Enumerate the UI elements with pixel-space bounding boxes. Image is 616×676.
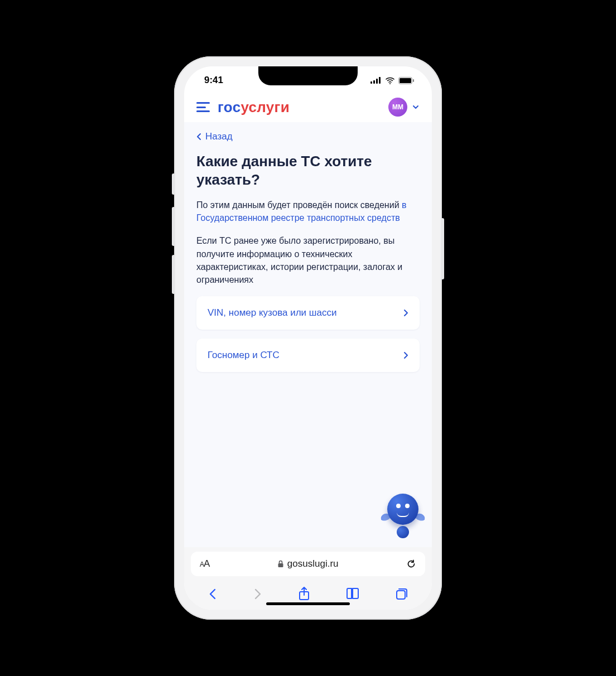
svg-rect-8	[278, 563, 283, 567]
bookmarks-icon[interactable]	[345, 588, 360, 600]
home-indicator[interactable]	[266, 602, 350, 605]
tabs-icon[interactable]	[395, 587, 408, 601]
svg-rect-7	[413, 79, 414, 82]
svg-rect-0	[370, 81, 372, 84]
status-time: 9:41	[204, 75, 223, 86]
logo-part1: гос	[218, 99, 240, 115]
option-label: VIN, номер кузова или шасси	[208, 307, 336, 318]
description-1: По этим данным будет проведён поиск свед…	[196, 199, 420, 224]
svg-rect-2	[376, 79, 378, 84]
app-header: госуслуги ММ	[184, 94, 432, 122]
avatar-initials: ММ	[392, 103, 403, 111]
chevron-right-icon	[403, 351, 408, 359]
url-field[interactable]: AA gosuslugi.ru	[191, 552, 425, 576]
chevron-down-icon[interactable]	[412, 103, 420, 111]
avatar[interactable]: ММ	[388, 98, 407, 117]
menu-icon[interactable]	[196, 102, 210, 112]
page-title: Какие данные ТС хотите указать?	[196, 152, 420, 189]
option-label: Госномер и СТС	[208, 350, 280, 361]
share-icon[interactable]	[298, 587, 310, 601]
browser-address-bar: AA gosuslugi.ru	[184, 547, 432, 581]
cellular-icon	[370, 77, 382, 84]
side-button-mute	[172, 173, 175, 195]
text-size-button[interactable]: AA	[200, 558, 209, 569]
chevron-right-icon	[403, 309, 408, 317]
nav-back-icon[interactable]	[208, 587, 218, 601]
option-vin[interactable]: VIN, номер кузова или шасси	[196, 296, 420, 330]
svg-point-4	[389, 83, 391, 84]
side-button-volume-up	[172, 207, 175, 246]
status-icons	[370, 77, 414, 84]
url-domain: gosuslugi.ru	[287, 558, 339, 569]
browser-toolbar	[184, 581, 432, 610]
side-button-power	[441, 218, 444, 279]
reload-icon[interactable]	[406, 559, 416, 569]
svg-rect-10	[397, 591, 405, 599]
nav-forward-icon	[253, 587, 263, 601]
back-link[interactable]: Назад	[196, 131, 420, 142]
notch	[258, 66, 358, 85]
page-content: Назад Какие данные ТС хотите указать? По…	[184, 122, 432, 547]
description-2: Если ТС ранее уже было зарегистрировано,…	[196, 234, 420, 286]
lock-icon	[277, 560, 284, 568]
back-label: Назад	[205, 131, 233, 142]
svg-rect-1	[373, 80, 375, 84]
desc1-text: По этим данным будет проведён поиск свед…	[196, 200, 402, 210]
logo[interactable]: госуслуги	[218, 99, 290, 116]
side-button-volume-down	[172, 255, 175, 294]
phone-frame: 9:41 госуслуги ММ Наз	[174, 56, 442, 620]
wifi-icon	[385, 77, 395, 84]
option-plate-sts[interactable]: Госномер и СТС	[196, 339, 420, 372]
chevron-left-icon	[196, 133, 202, 141]
assistant-bot[interactable]	[387, 494, 418, 538]
logo-part2: услуги	[240, 99, 290, 115]
svg-rect-6	[400, 78, 411, 83]
svg-rect-3	[379, 77, 381, 84]
battery-icon	[398, 77, 414, 84]
screen: 9:41 госуслуги ММ Наз	[184, 66, 432, 610]
